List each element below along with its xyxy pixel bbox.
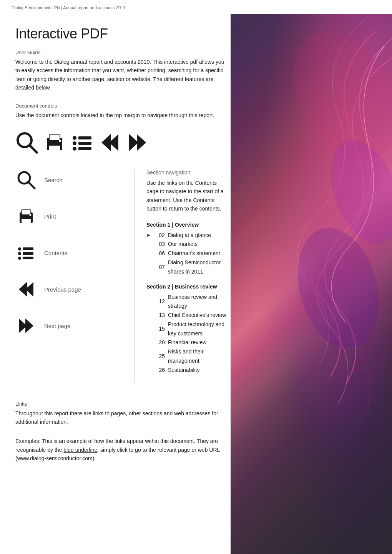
search-label: Search — [44, 177, 63, 183]
item-text[interactable]: Business review and strategy — [168, 293, 227, 311]
svg-rect-33 — [23, 257, 33, 259]
doc-controls-label: Document controls — [15, 103, 227, 109]
svg-point-10 — [59, 140, 61, 142]
print-label: Print — [44, 213, 56, 220]
item-text[interactable]: Financial review — [168, 338, 206, 347]
svg-rect-6 — [49, 135, 60, 140]
svg-point-13 — [73, 141, 76, 145]
section1-item-02[interactable]: ► 02 Dialog at a glance — [146, 231, 227, 240]
section2-title: Section 2 | Business review — [146, 284, 227, 290]
controls-icon-row — [15, 131, 227, 154]
svg-point-32 — [18, 257, 21, 260]
svg-marker-37 — [25, 318, 33, 333]
links-body1: Throughout this report there are links t… — [15, 409, 227, 426]
item-num: 13 — [154, 311, 165, 320]
page-title: Interactive PDF — [15, 26, 227, 42]
svg-rect-31 — [23, 252, 33, 255]
item-text[interactable]: Chairman's statement — [168, 249, 220, 258]
search-icon[interactable] — [15, 169, 37, 191]
blue-underline-link[interactable]: blue underline — [63, 447, 97, 453]
prev-list-item[interactable]: Previous page — [15, 279, 123, 300]
search-list-item[interactable]: Search — [15, 169, 123, 191]
section2-box: Section 2 | Business review 12 Business … — [146, 284, 227, 375]
prev-icon-large[interactable] — [98, 131, 121, 154]
item-text[interactable]: Dialog at a glance — [168, 231, 211, 240]
print-icon-large[interactable] — [43, 131, 66, 154]
contents-icon[interactable] — [15, 242, 37, 264]
svg-point-30 — [18, 252, 21, 255]
contents-label: Contents — [44, 250, 67, 256]
item-text[interactable]: Chief Executive's review — [168, 311, 226, 320]
item-num: 12 — [154, 297, 165, 306]
vertical-divider — [135, 169, 135, 382]
search-icon-large[interactable] — [15, 131, 38, 154]
links-body2: Examples: This is an example of how the … — [15, 437, 227, 463]
top-bar: Dialog Semiconductor Plc | Annual report… — [0, 0, 392, 14]
section2-item-12[interactable]: 12 Business review and strategy — [146, 293, 227, 311]
section2-item-20[interactable]: 20 Financial review — [146, 338, 227, 347]
section-nav-title: Section navigation — [146, 169, 227, 176]
svg-rect-12 — [78, 136, 91, 139]
section-nav-body: Use the links on the Contents page to na… — [146, 179, 227, 213]
next-icon-large[interactable] — [126, 131, 149, 154]
item-num: 02 — [154, 231, 165, 240]
item-num: 06 — [154, 249, 165, 258]
contents-list-item[interactable]: Contents — [15, 242, 123, 264]
svg-marker-20 — [137, 134, 146, 151]
svg-point-11 — [73, 136, 76, 140]
active-arrow-icon: ► — [146, 231, 151, 239]
section1-item-03[interactable]: 03 Our markets — [146, 240, 227, 249]
section2-items: 12 Business review and strategy 13 Chief… — [146, 293, 227, 375]
links-label: Links — [15, 401, 227, 407]
svg-rect-24 — [22, 210, 31, 215]
item-text[interactable]: Sustainability — [168, 366, 200, 375]
item-num: 25 — [154, 352, 165, 361]
next-icon[interactable] — [15, 315, 37, 337]
doc-controls-body: Use the document controls located in the… — [15, 111, 227, 119]
icon-list: Search Print — [15, 169, 123, 382]
links-section: Links Throughout this report there are l… — [15, 393, 227, 463]
contents-icon-large[interactable] — [71, 131, 94, 154]
section1-title: Section 1 | Overview — [146, 222, 227, 228]
svg-point-15 — [73, 147, 76, 151]
section1-item-07[interactable]: 07 Dialog Semiconductor shares in 2011 — [146, 258, 227, 277]
svg-line-22 — [28, 182, 35, 188]
section-nav-panel: Section navigation Use the links on the … — [146, 169, 227, 382]
section2-item-25[interactable]: 25 Risks and their management — [146, 347, 227, 366]
section1-item-06[interactable]: 06 Chairman's statement — [146, 249, 227, 258]
section2-item-15[interactable]: 15 Product technology and key customers — [146, 320, 227, 338]
section2-item-13[interactable]: 13 Chief Executive's review — [146, 311, 227, 320]
item-text[interactable]: Our markets — [168, 240, 198, 249]
next-label: Next page — [44, 323, 70, 329]
item-num: 03 — [154, 240, 165, 249]
svg-rect-16 — [78, 147, 91, 150]
svg-point-28 — [18, 247, 21, 250]
svg-line-4 — [30, 145, 37, 153]
document-title: Dialog Semiconductor Plc | Annual report… — [12, 5, 125, 10]
print-icon[interactable] — [15, 206, 37, 227]
item-num: 20 — [154, 338, 165, 347]
svg-rect-26 — [22, 219, 31, 223]
svg-rect-29 — [23, 247, 33, 250]
section1-items: ► 02 Dialog at a glance 03 Our markets 0… — [146, 231, 227, 277]
item-text[interactable]: Dialog Semiconductor shares in 2011 — [168, 258, 227, 277]
svg-rect-9 — [49, 146, 60, 150]
svg-point-27 — [29, 214, 31, 216]
item-num: 15 — [154, 325, 165, 334]
item-num: 07 — [154, 263, 165, 272]
user-guide-label: User Guide — [15, 50, 227, 55]
svg-rect-14 — [78, 142, 91, 145]
section1-box: Section 1 | Overview ► 02 Dialog at a gl… — [146, 222, 227, 277]
item-text[interactable]: Risks and their management — [168, 347, 227, 366]
print-list-item[interactable]: Print — [15, 206, 123, 227]
user-guide-body: Welcome to the Dialog annual report and … — [15, 58, 227, 92]
section2-item-26[interactable]: 26 Sustainability — [146, 366, 227, 375]
icon-detail-section: Search Print — [15, 169, 227, 382]
next-list-item[interactable]: Next page — [15, 315, 123, 337]
item-num: 26 — [154, 366, 165, 375]
item-text[interactable]: Product technology and key customers — [168, 320, 227, 338]
prev-icon[interactable] — [15, 279, 37, 300]
prev-label: Previous page — [44, 286, 81, 293]
